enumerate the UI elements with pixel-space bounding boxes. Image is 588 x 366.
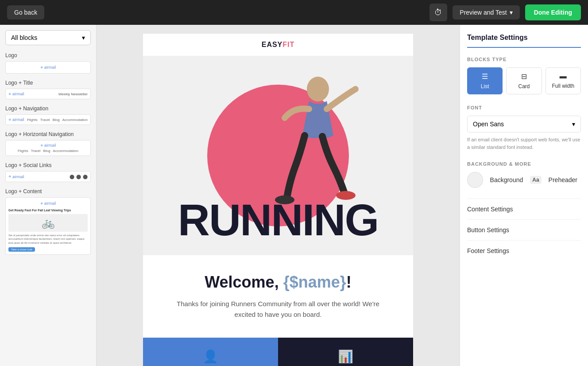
block-section-logo: Logo airmail: [5, 52, 91, 74]
block-type-card[interactable]: ⊟ Card: [506, 67, 542, 94]
topbar: Go back ⏱ Preview and Test ▾ Done Editin…: [0, 0, 588, 25]
right-sidebar: Template Settings BLOCKS TYPE ☰ List ⊟ C…: [460, 25, 588, 366]
block-section-title-6: Logo + Content: [5, 188, 91, 195]
block-section-title-4: Logo + Horizontal Navigation: [5, 131, 91, 137]
airmail-logo-2: airmail: [8, 92, 24, 96]
airmail-logo: airmail: [40, 65, 56, 70]
template-settings-title: Template Settings: [467, 34, 581, 48]
go-back-button[interactable]: Go back: [7, 5, 44, 19]
background-button[interactable]: Background: [487, 175, 527, 185]
account-icon: 👤: [203, 349, 218, 364]
fullwidth-label: Full width: [552, 83, 574, 89]
additional-settings: Content Settings Button Settings Footer …: [467, 199, 581, 261]
airmail-logo-3: airmail: [8, 117, 24, 122]
font-label: FONT: [467, 105, 581, 110]
hnav-items: Flights Travel Blog Accommodation: [8, 149, 88, 153]
footer-settings-section[interactable]: Footer Settings: [467, 240, 581, 261]
svg-point-1: [275, 195, 294, 204]
block-preview-logo-social[interactable]: airmail ⬤ ⬤ ⬤: [5, 171, 91, 182]
list-icon: ☰: [482, 72, 488, 81]
block-section-title-2: Logo + Title: [5, 80, 91, 86]
canvas-area: EASYFIT RUNNING: [97, 25, 460, 366]
preview-button[interactable]: Preview and Test ▾: [453, 5, 519, 19]
font-select[interactable]: Open Sans ▾: [467, 116, 581, 132]
dropdown-chevron-icon: ▾: [82, 34, 85, 41]
bg-color-picker[interactable]: [467, 172, 483, 188]
block-section-logo-content: Logo + Content airmail Get Ready Fast Fo…: [5, 188, 91, 255]
content-preview-btn[interactable]: Take a closer look: [8, 247, 35, 252]
bg-label: BACKGROUND & MORE: [467, 161, 581, 167]
block-type-list[interactable]: ☰ List: [467, 67, 503, 94]
svg-point-2: [336, 191, 356, 200]
airmail-logo-5: airmail: [8, 175, 24, 179]
welcome-text: Welcome,: [205, 273, 279, 291]
card-manage-account: 👤 Manage Your Account: [143, 338, 278, 366]
email-canvas: EASYFIT RUNNING: [143, 34, 413, 357]
block-section-logo-hnav: Logo + Horizontal Navigation airmail Fli…: [5, 131, 91, 156]
social-icons: ⬤ ⬤ ⬤: [70, 174, 88, 179]
svg-point-0: [307, 77, 329, 101]
content-preview-image: 🚲: [8, 214, 88, 232]
bg-options-row: Background Aa Preheader: [467, 172, 581, 188]
history-button[interactable]: ⏱: [429, 4, 447, 21]
email-welcome: Welcome, {$name}! Thanks for joining Run…: [143, 255, 413, 338]
font-selected: Open Sans: [473, 121, 504, 128]
content-settings-section[interactable]: Content Settings: [467, 199, 581, 219]
block-preview-logo-content[interactable]: airmail Get Ready Fast For Fall Leaf Vie…: [5, 197, 91, 255]
email-cards: 👤 Manage Your Account 📊 Track & Analyze: [143, 338, 413, 366]
block-section-title-5: Logo + Social Links: [5, 162, 91, 168]
topbar-right: ⏱ Preview and Test ▾ Done Editing: [429, 4, 581, 21]
content-preview-body: Set ut perspiciatis unde omnis iste natu…: [8, 234, 88, 245]
preheader-button[interactable]: Preheader: [545, 175, 581, 185]
brand-easy: EASY: [262, 41, 283, 48]
list-label: List: [481, 83, 489, 90]
weekly-newsletter-label: Weekly Newsletter: [58, 92, 88, 96]
brand-fit: FIT: [282, 41, 294, 48]
block-section-logo-title: Logo + Title airmail Weekly Newsletter: [5, 80, 91, 99]
block-preview-logo[interactable]: airmail: [5, 61, 91, 74]
history-icon: ⏱: [434, 8, 442, 17]
nav-items: Flights Travel Blog Accommodation: [27, 118, 88, 122]
block-section-logo-social: Logo + Social Links airmail ⬤ ⬤ ⬤: [5, 162, 91, 182]
airmail-logo-4: airmail: [40, 143, 56, 148]
block-section-title: Logo: [5, 52, 91, 58]
preview-label: Preview and Test: [460, 9, 507, 16]
preheader-aa-badge: Aa: [530, 176, 541, 184]
welcome-exclaim: !: [346, 273, 352, 291]
welcome-variable: {$name}: [283, 273, 346, 291]
block-type-fullwidth[interactable]: ▬ Full width: [545, 67, 581, 94]
main-layout: All blocks ▾ Logo airmail Logo + Title a…: [0, 25, 588, 366]
card-track-analyze: 📊 Track & Analyze: [278, 338, 413, 366]
bike-icon: 🚲: [42, 217, 55, 229]
block-section-title-3: Logo + Navigation: [5, 105, 91, 112]
block-preview-logo-nav[interactable]: airmail Flights Travel Blog Accommodatio…: [5, 114, 91, 125]
left-sidebar: All blocks ▾ Logo airmail Logo + Title a…: [0, 25, 97, 366]
font-note: If an email client doesn't support web f…: [467, 136, 581, 151]
done-editing-button[interactable]: Done Editing: [525, 4, 581, 20]
fullwidth-icon: ▬: [560, 72, 567, 80]
blocks-filter-dropdown[interactable]: All blocks ▾: [5, 30, 91, 45]
topbar-left: Go back: [7, 5, 44, 19]
blocks-type-label: BLOCKS TYPE: [467, 57, 581, 62]
block-preview-logo-hnav[interactable]: airmail Flights Travel Blog Accommodatio…: [5, 140, 91, 156]
airmail-logo-6: airmail: [40, 201, 56, 206]
welcome-title: Welcome, {$name}!: [170, 273, 387, 292]
footer-settings-title: Footer Settings: [467, 247, 509, 254]
button-settings-title: Button Settings: [467, 226, 509, 234]
block-preview-logo-title[interactable]: airmail Weekly Newsletter: [5, 89, 91, 99]
chart-icon: 📊: [338, 349, 353, 364]
chevron-down-icon: ▾: [510, 9, 513, 16]
email-header: EASYFIT: [143, 34, 413, 56]
button-settings-section[interactable]: Button Settings: [467, 219, 581, 240]
blocks-filter-label: All blocks: [11, 34, 37, 41]
font-chevron-icon: ▾: [572, 121, 575, 128]
brand-logo: EASYFIT: [150, 41, 406, 49]
content-preview-title: Get Ready Fast For Fall Leaf Viewing Tri…: [8, 208, 88, 212]
facebook-icon: ⬤: [70, 174, 74, 179]
email-hero: RUNNING: [143, 56, 413, 255]
block-section-logo-nav: Logo + Navigation airmail Flights Travel…: [5, 105, 91, 125]
card-label: Card: [518, 83, 530, 90]
content-settings-title: Content Settings: [467, 206, 513, 213]
welcome-subtitle: Thanks for joining Runners Community fro…: [170, 299, 387, 320]
instagram-icon: ⬤: [83, 174, 88, 179]
